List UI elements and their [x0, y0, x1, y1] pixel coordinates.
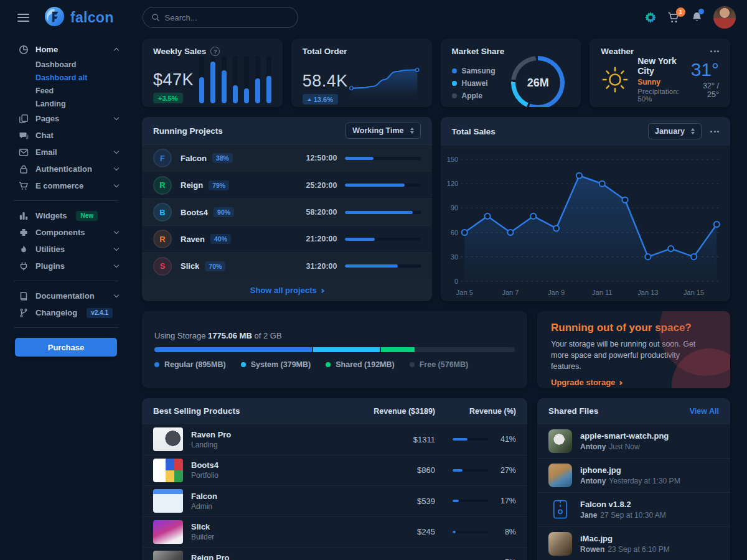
chevron-down-icon	[114, 182, 119, 187]
weekly-sales-badge: +3.5%	[153, 93, 183, 103]
product-name[interactable]: Boots4	[191, 460, 218, 470]
progress-fill	[345, 184, 405, 187]
sidebar-subitem-dashboard[interactable]: Dashboard	[0, 58, 132, 71]
sidebar-item-documentation[interactable]: Documentation	[0, 287, 132, 304]
sidebar-subitem-landing[interactable]: Landing	[0, 97, 132, 110]
legend-label: Free (576MB)	[420, 360, 469, 369]
running-projects-title: Running Projects	[153, 126, 223, 136]
product-name[interactable]: Falcon	[191, 492, 217, 501]
updown-arrows-icon	[410, 128, 414, 134]
project-progress-bar	[345, 157, 421, 160]
file-row-imac-jpg[interactable]: iMac.jpgRowen23 Sep at 6:10 PM	[537, 526, 730, 560]
chat-icon	[19, 131, 29, 141]
project-percent-badge: 90%	[214, 207, 234, 217]
falcon-logo[interactable]: falcon	[44, 6, 114, 29]
project-name[interactable]: Boots4	[181, 208, 208, 217]
sidebar-badge: New	[76, 211, 98, 221]
sidebar-subitem-dashboard-alt[interactable]: Dashboard alt	[0, 71, 132, 84]
storage-segment-shared-192mb-	[381, 347, 415, 352]
svg-text:90: 90	[450, 204, 458, 212]
sidebar-item-e-commerce[interactable]: E commerce	[0, 177, 132, 194]
upgrade-space-card: Running out of your space? Your storage …	[537, 311, 730, 388]
bar-fill	[199, 77, 204, 103]
svg-text:Jan 9: Jan 9	[548, 289, 565, 296]
components-icon	[19, 228, 29, 238]
sidebar-item-components[interactable]: Components	[0, 224, 132, 241]
market-share-card: Market Share SamsungHuaweiApple 26M	[441, 39, 581, 107]
product-name[interactable]: Raven Pro	[191, 430, 231, 439]
sidebar-item-pages[interactable]: Pages	[0, 110, 132, 127]
storage-progress-bar	[154, 347, 515, 352]
total-order-value: 58.4K	[303, 72, 348, 90]
sidebar-subitem-feed[interactable]: Feed	[0, 84, 132, 97]
bar	[255, 56, 260, 103]
project-name[interactable]: Reign	[181, 180, 203, 190]
total-sales-title: Total Sales	[452, 127, 496, 136]
project-row-reign: RReign79%25:20:00	[142, 171, 432, 198]
notifications-bell-icon[interactable]	[691, 11, 703, 24]
legend-item-apple: Apple	[452, 91, 496, 100]
sidebar-item-email[interactable]: Email	[0, 144, 132, 161]
file-row-apple-smart-watch-png[interactable]: apple-smart-watch.pngAntonyJust Now	[537, 424, 730, 458]
sidebar-item-chat[interactable]: Chat	[0, 127, 132, 144]
storage-label: Using Storage 1775.06 MB of 2 GB	[154, 331, 515, 340]
svg-text:Jan 15: Jan 15	[683, 289, 703, 296]
ellipsis-menu-icon[interactable]	[710, 128, 719, 135]
chevron-down-icon	[114, 115, 119, 120]
top-navbar: falcon 1	[0, 0, 747, 35]
product-name[interactable]: Reign Pro	[191, 553, 229, 560]
project-avatar: R	[153, 230, 172, 248]
purchase-button[interactable]: Purchase	[15, 338, 117, 357]
product-revenue: $860	[360, 465, 435, 475]
file-name[interactable]: iphone.jpg	[580, 465, 680, 475]
stats-row: Weekly Sales $47K +3.5% Total Order 58.4…	[142, 39, 730, 107]
sidebar-item-authentication[interactable]: Authentication	[0, 161, 132, 177]
project-name[interactable]: Raven	[181, 235, 205, 244]
progress-fill	[345, 211, 413, 214]
project-progress-bar	[345, 211, 421, 214]
project-name[interactable]: Slick	[181, 261, 199, 271]
progress-fill	[345, 264, 398, 268]
working-time-select[interactable]: Working Time	[345, 123, 420, 139]
weather-city: New York City	[637, 56, 682, 76]
project-name[interactable]: Falcon	[181, 154, 207, 163]
search-icon	[151, 13, 160, 22]
file-name[interactable]: iMac.jpg	[580, 534, 670, 543]
search-box[interactable]	[143, 7, 298, 28]
settings-gear-icon[interactable]	[644, 11, 657, 24]
best-selling-title: Best Selling Products	[153, 406, 360, 416]
cart-icon[interactable]: 1	[667, 12, 680, 24]
help-circle-icon[interactable]	[210, 47, 220, 56]
product-name[interactable]: Slick	[191, 522, 214, 531]
product-row-reign-pro: Reign ProAgency$2347%	[142, 547, 527, 560]
tables-row: Best Selling Products Revenue ($3189) Re…	[142, 398, 730, 560]
sidebar-item-label: Pages	[35, 114, 59, 123]
file-name[interactable]: Falcon v1.8.2	[580, 500, 666, 509]
file-name[interactable]: apple-smart-watch.png	[580, 431, 669, 441]
sidebar-item-label: Documentation	[35, 291, 95, 301]
view-all-link[interactable]: View All	[690, 407, 719, 416]
sidebar-divider	[14, 200, 118, 201]
progress-fill	[345, 238, 375, 241]
upgrade-storage-link[interactable]: Upgrade storage	[551, 378, 622, 387]
widgets-icon	[19, 211, 29, 221]
ellipsis-menu-icon[interactable]	[710, 48, 719, 55]
month-select[interactable]: January	[648, 123, 702, 139]
file-row-iphone-jpg[interactable]: iphone.jpgAntonyYesterday at 1:30 PM	[537, 458, 730, 492]
search-input[interactable]	[165, 13, 289, 22]
file-thumbnail	[548, 429, 572, 453]
show-all-projects-link[interactable]: Show all projects	[142, 279, 432, 301]
sidebar-item-changelog[interactable]: Changelogv2.4.1	[0, 304, 132, 321]
hamburger-menu-icon[interactable]	[17, 11, 29, 24]
legend-dot	[452, 93, 457, 98]
user-avatar[interactable]	[713, 6, 736, 29]
sidebar-item-utilities[interactable]: Utilities	[0, 241, 132, 258]
sidebar-item-home[interactable]: Home	[0, 41, 132, 58]
sidebar-item-label: Email	[35, 147, 57, 157]
sidebar-item-widgets[interactable]: WidgetsNew	[0, 207, 132, 224]
weekly-sales-value: $47K	[153, 71, 194, 88]
file-row-falcon-v1-8-2[interactable]: Falcon v1.8.2Jane27 Sep at 10:30 AM	[537, 492, 730, 526]
project-progress-bar	[345, 184, 421, 187]
svg-text:60: 60	[450, 229, 458, 236]
sidebar-item-plugins[interactable]: Plugins	[0, 258, 132, 274]
